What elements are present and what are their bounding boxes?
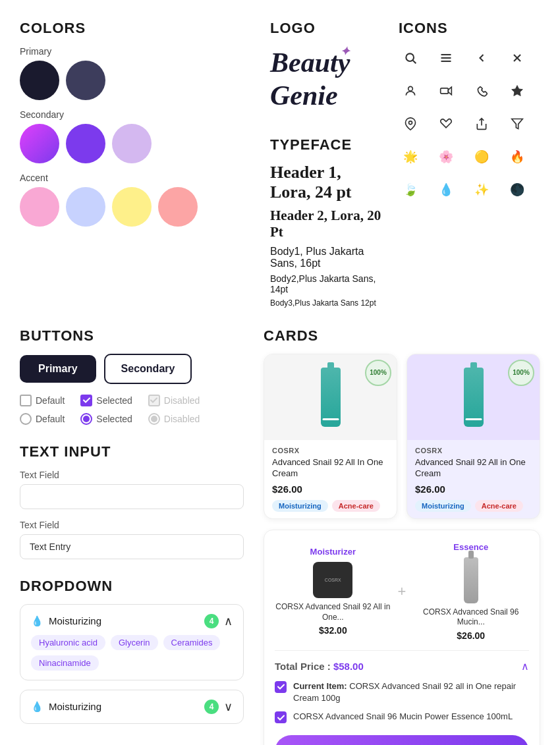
dropdown-closed-label: Moisturizing (49, 701, 101, 712)
typeface-h2: Header 2, Lora, 20 Pt (270, 207, 385, 240)
secondary-button[interactable]: Secondary (104, 354, 192, 384)
person-icon[interactable] (399, 79, 422, 103)
svg-point-7 (408, 86, 413, 91)
typeface-b3: Body3,Plus Jakarta Sans 12pt (270, 298, 385, 308)
bundle-product2-image (464, 557, 478, 603)
tag-ceramides: Ceramides (163, 635, 221, 650)
product-card-2[interactable]: 100% COSRX Advanced Snail 92 All in One … (406, 354, 540, 519)
accent-color-group: Accent (20, 173, 257, 227)
radio-unchecked[interactable] (20, 413, 32, 425)
secondary-label: Secondary (20, 109, 257, 120)
dropdown-open-label: Moisturizing (49, 615, 101, 626)
tag-ninacinamide: Ninacinamide (31, 655, 99, 671)
primary-swatch-2 (66, 61, 105, 100)
total-chevron-up[interactable]: ∧ (521, 660, 529, 673)
sparkle-icon2: ✨ (470, 178, 493, 202)
card1-price: $26.00 (272, 483, 389, 495)
cart-item-2: CORSX Advanced Snail 96 Mucin Power Esse… (275, 711, 529, 723)
add-both-to-cart-button[interactable]: Add Both To Cart (275, 735, 529, 745)
card1-badge: 100% (365, 360, 391, 386)
checkbox-selected[interactable]: Selected (80, 395, 132, 406)
input-group-2: Text Field (20, 520, 244, 559)
filter-icon[interactable] (505, 112, 529, 136)
primary-swatch-1 (20, 61, 59, 100)
buttons-title: BUTTONS (20, 327, 244, 345)
card2-name: Advanced Snail 92 All in One Cream (415, 457, 532, 480)
heart-icon[interactable] (434, 112, 458, 136)
card1-tag-acne: Acne-care (332, 500, 380, 512)
text-field-2[interactable] (20, 534, 244, 559)
radio-disabled-btn (148, 413, 160, 425)
card1-tags: Moisturizing Acne-care (272, 500, 389, 512)
checkbox-default[interactable]: Default (20, 395, 65, 406)
sparkle-icon: ✦ (340, 45, 350, 59)
card2-product-image (464, 368, 484, 427)
accent-swatch-4 (158, 187, 198, 227)
cart-item-2-text: CORSX Advanced Snail 96 Mucin Power Esse… (293, 711, 513, 723)
primary-label: Primary (20, 46, 257, 57)
icons-grid: 🌟 🌸 🟡 🔥 🍃 💧 ✨ 🌑 (399, 46, 540, 202)
share-icon[interactable] (470, 112, 493, 136)
dropdown-closed-icon: 💧 (31, 701, 43, 713)
typeface-b2: Body2,Plus Jakarta Sans, 14pt (270, 273, 385, 294)
svg-marker-9 (448, 87, 451, 95)
bundle-products: Moisturizer COSRX CORSX Advanced Snail 9… (275, 542, 529, 641)
checkbox-unchecked[interactable] (20, 395, 32, 406)
card2-tag-moisturizing: Moisturizing (415, 500, 471, 512)
phone-icon[interactable] (470, 79, 493, 103)
close-icon[interactable] (505, 46, 529, 70)
card2-brand: COSRX (415, 447, 532, 455)
checkbox-row: Default Selected Disabled (20, 395, 244, 406)
drop-icon: 💧 (434, 178, 458, 202)
dropdown-chevron-up[interactable]: ∧ (224, 614, 233, 628)
radio-selected[interactable]: Selected (80, 413, 132, 425)
location-icon[interactable] (399, 112, 422, 136)
svg-point-11 (409, 121, 412, 124)
product-card-1[interactable]: 100% COSRX Advanced Snail 92 All In One … (264, 354, 397, 519)
menu-icon[interactable] (434, 46, 458, 70)
checkbox-disabled: Disabled (148, 395, 200, 406)
fire-icon: 🔥 (505, 145, 529, 169)
product-cards-grid: 100% COSRX Advanced Snail 92 All In One … (264, 354, 540, 519)
video-icon[interactable] (434, 79, 458, 103)
radio-disabled-label: Disabled (164, 414, 200, 424)
checkbox-selected-label: Selected (96, 395, 132, 406)
dropdown-closed[interactable]: 💧 Moisturizing 4 ∨ (20, 690, 244, 724)
radio-default[interactable]: Default (20, 413, 65, 425)
bubble-icon: 🟡 (470, 145, 493, 169)
accent-swatch-1 (20, 187, 59, 227)
checkbox-checked[interactable] (80, 395, 92, 406)
field2-label: Text Field (20, 520, 244, 530)
primary-button[interactable]: Primary (20, 355, 96, 383)
logo-typeface-section: LOGO Beauty Genie ✦ TYPEFACE Header 1, L… (257, 20, 399, 308)
dropdown-chevron-down[interactable]: ∨ (224, 700, 233, 714)
dropdown-badge: 4 (204, 614, 219, 628)
accent-swatch-2 (66, 187, 105, 227)
typeface-title: TYPEFACE (270, 136, 385, 153)
secondary-swatch-3 (112, 124, 152, 163)
back-icon[interactable] (470, 46, 493, 70)
accent-label: Accent (20, 173, 257, 183)
colors-title: COLORS (20, 20, 257, 37)
tag-hyaluronic: Hyaluronic acid (31, 635, 105, 650)
star-icon[interactable] (505, 79, 529, 103)
bundle-product-2: Essence CORSX Advanced Snail 96 Mucin...… (412, 542, 529, 641)
dropdown-open[interactable]: 💧 Moisturizing 4 ∧ Hyaluronic acid Glyce… (20, 604, 244, 680)
secondary-color-group: Secondary (20, 109, 257, 163)
card1-tag-moisturizing: Moisturizing (272, 500, 328, 512)
radio-disabled: Disabled (148, 413, 200, 425)
accent-swatch-3 (112, 187, 152, 227)
leaf-icon: 🍃 (399, 178, 422, 202)
cart-checkbox-2[interactable] (275, 711, 287, 723)
text-field-1[interactable] (20, 484, 244, 509)
bundle-card: Moisturizer COSRX CORSX Advanced Snail 9… (264, 530, 540, 745)
secondary-swatch-1 (20, 124, 59, 163)
bundle-product1-name: CORSX Advanced Snail 92 All in One... (275, 602, 391, 622)
checkbox-disabled-box (148, 395, 160, 406)
card2-tags: Moisturizing Acne-care (415, 500, 532, 512)
radio-checked[interactable] (80, 413, 92, 425)
typeface-h1: Header 1, Lora, 24 pt (270, 163, 385, 202)
logo-text: Beauty Genie ✦ (270, 47, 350, 111)
cart-checkbox-1[interactable] (275, 681, 287, 693)
search-icon[interactable] (399, 46, 422, 70)
